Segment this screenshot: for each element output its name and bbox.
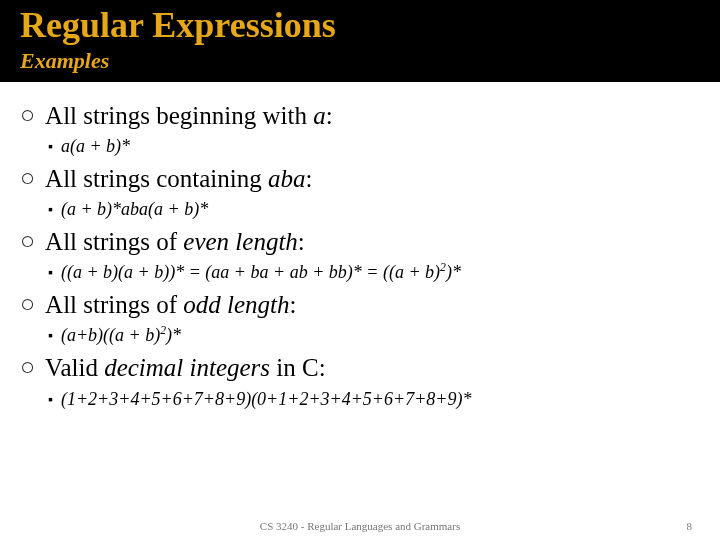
sub-bullet-text: a(a + b)* — [61, 136, 130, 156]
bullet-text-em: decimal integers — [104, 354, 270, 381]
slide-subtitle: Examples — [20, 48, 700, 74]
bullet-text-post: : — [298, 228, 305, 255]
bullet-text-post: : — [306, 165, 313, 192]
circle-bullet-icon: ○ — [20, 224, 35, 258]
footer-text: CS 3240 - Regular Languages and Grammars — [260, 520, 460, 532]
bullet-text-post: in C: — [270, 354, 326, 381]
bullet-text-em: odd length — [183, 291, 289, 318]
square-bullet-icon: ▪ — [48, 390, 53, 409]
bullet-text-post: : — [326, 102, 333, 129]
circle-bullet-icon: ○ — [20, 161, 35, 195]
bullet-item: ○All strings containing aba: — [20, 161, 700, 196]
slide-title: Regular Expressions — [20, 6, 700, 46]
bullet-text-pre: All strings of — [45, 228, 183, 255]
bullet-text-pre: All strings containing — [45, 165, 268, 192]
bullet-item: ○All strings of odd length: — [20, 287, 700, 322]
bullet-text-pre: All strings of — [45, 291, 183, 318]
sub-bullet-item: ▪a(a + b)* — [48, 134, 700, 158]
sub-bullet-item: ▪(a+b)((a + b)2)* — [48, 323, 700, 347]
bullet-text-post: : — [290, 291, 297, 318]
bullet-text-em: even length — [183, 228, 298, 255]
page-number: 8 — [687, 520, 693, 532]
slide-header: Regular Expressions Examples — [0, 0, 720, 82]
sub-bullet-text: (1+2+3+4+5+6+7+8+9)(0+1+2+3+4+5+6+7+8+9)… — [61, 389, 471, 409]
bullet-text-pre: Valid — [45, 354, 104, 381]
sub-bullet-item: ▪((a + b)(a + b))* = (aa + ba + ab + bb)… — [48, 260, 700, 284]
square-bullet-icon: ▪ — [48, 263, 53, 282]
circle-bullet-icon: ○ — [20, 287, 35, 321]
bullet-item: ○Valid decimal integers in C: — [20, 350, 700, 385]
bullet-item: ○All strings beginning with a: — [20, 98, 700, 133]
circle-bullet-icon: ○ — [20, 98, 35, 132]
bullet-text-em: aba — [268, 165, 306, 192]
square-bullet-icon: ▪ — [48, 200, 53, 219]
sub-bullet-item: ▪(1+2+3+4+5+6+7+8+9)(0+1+2+3+4+5+6+7+8+9… — [48, 387, 700, 411]
sub-bullet-text: (a + b)*aba(a + b)* — [61, 199, 208, 219]
square-bullet-icon: ▪ — [48, 326, 53, 345]
sub-bullet-text: ((a + b)(a + b))* = (aa + ba + ab + bb)*… — [61, 262, 461, 282]
bullet-text-pre: All strings beginning with — [45, 102, 313, 129]
square-bullet-icon: ▪ — [48, 137, 53, 156]
slide-body: ○All strings beginning with a: ▪a(a + b)… — [0, 82, 720, 411]
circle-bullet-icon: ○ — [20, 350, 35, 384]
bullet-item: ○All strings of even length: — [20, 224, 700, 259]
bullet-text-em: a — [313, 102, 326, 129]
sub-bullet-item: ▪(a + b)*aba(a + b)* — [48, 197, 700, 221]
sub-bullet-text: (a+b)((a + b)2)* — [61, 325, 181, 345]
